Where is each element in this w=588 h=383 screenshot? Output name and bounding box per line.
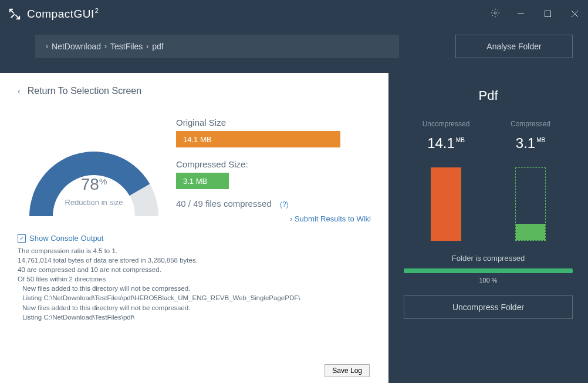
reduction-gauge: 78% Reduction in size — [18, 110, 170, 216]
gauge-subtitle: Reduction in size — [18, 198, 170, 207]
uncompressed-label: Uncompressed — [411, 120, 481, 128]
svg-rect-3 — [545, 11, 550, 17]
submit-wiki-link[interactable]: Submit Results to Wiki — [176, 214, 371, 223]
gauge-percent: 78% — [18, 175, 170, 194]
help-icon[interactable]: (?) — [280, 200, 289, 209]
close-icon — [572, 9, 578, 19]
sidebar-panel: Pdf Uncompressed 14.1MB Compressed 3.1MB… — [388, 73, 588, 383]
uncompressed-value: 14.1MB — [411, 135, 481, 152]
uncompressed-bar — [431, 167, 461, 241]
original-size-bar: 14.1 MB — [176, 131, 340, 147]
gear-icon — [491, 8, 500, 20]
close-button[interactable] — [561, 0, 588, 28]
files-compressed-text: 40 / 49 files compressed (?) — [176, 199, 371, 209]
breadcrumb-segment[interactable]: TestFiles — [110, 42, 143, 51]
size-bars-chart — [404, 159, 573, 241]
folder-title: Pdf — [404, 88, 573, 103]
app-logo: CompactGUI2 — [8, 8, 99, 21]
breadcrumb-segment[interactable]: pdf — [152, 42, 163, 51]
show-console-label: Show Console Output — [29, 234, 103, 243]
analyse-folder-button[interactable]: Analyse Folder — [455, 35, 573, 58]
original-size-label: Original Size — [176, 117, 371, 127]
chevron-right-icon: › — [104, 42, 107, 51]
uncompress-folder-button[interactable]: Uncompress Folder — [404, 295, 573, 319]
return-link-label: Return To Selection Screen — [28, 86, 141, 96]
maximize-icon — [545, 9, 551, 19]
compressed-bar — [516, 224, 545, 240]
progress-bar — [404, 268, 573, 273]
breadcrumb-segment[interactable]: NetDownload — [52, 42, 101, 51]
compression-status: Folder is compressed — [404, 254, 573, 263]
compressed-size-label: Compressed Size: — [176, 159, 371, 169]
breadcrumb[interactable]: › NetDownload › TestFiles › pdf — [35, 35, 399, 58]
console-output[interactable]: The compression ratio is 4.5 to 1.14,761… — [18, 246, 371, 322]
compressed-value: 3.1MB — [495, 135, 566, 152]
compressed-label: Compressed — [495, 120, 566, 128]
svg-point-1 — [494, 12, 496, 14]
minimize-button[interactable] — [507, 0, 534, 28]
app-title: CompactGUI2 — [27, 8, 99, 21]
compressed-size-bar: 3.1 MB — [176, 173, 229, 189]
toolbar: › NetDownload › TestFiles › pdf Analyse … — [0, 28, 588, 73]
minimize-icon — [518, 9, 524, 19]
progress-percent: 100 % — [404, 277, 573, 284]
titlebar: CompactGUI2 — [0, 0, 588, 28]
chevron-right-icon: › — [146, 42, 148, 51]
save-log-button[interactable]: Save Log — [325, 364, 370, 377]
main-panel: ‹ Return To Selection Screen 78% Reducti… — [0, 73, 388, 383]
show-console-checkbox[interactable]: ✓ — [18, 234, 26, 243]
chevron-left-icon: ‹ — [18, 86, 21, 96]
chevron-right-icon: › — [46, 42, 48, 51]
settings-button[interactable] — [484, 0, 507, 28]
return-link[interactable]: ‹ Return To Selection Screen — [18, 86, 371, 96]
compressed-bar-outline — [515, 167, 546, 241]
maximize-button[interactable] — [534, 0, 561, 28]
app-icon — [8, 8, 21, 21]
